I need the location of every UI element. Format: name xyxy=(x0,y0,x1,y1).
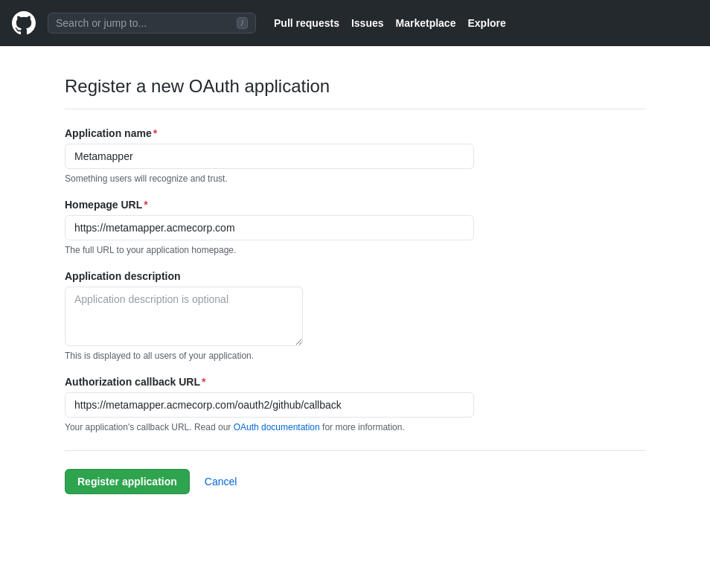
homepage-url-hint: The full URL to your application homepag… xyxy=(65,245,645,255)
cancel-button[interactable]: Cancel xyxy=(202,470,240,493)
page-title: Register a new OAuth application xyxy=(65,76,645,97)
homepage-url-label: Homepage URL* xyxy=(65,199,645,211)
main-content: Register a new OAuth application Applica… xyxy=(50,76,660,494)
oauth-docs-link[interactable]: OAuth documentation xyxy=(234,422,320,432)
app-name-input[interactable] xyxy=(65,144,474,169)
app-description-input[interactable] xyxy=(65,287,303,346)
callback-url-label: Authorization callback URL* xyxy=(65,376,645,388)
search-bar[interactable]: / xyxy=(48,13,256,33)
homepage-url-input[interactable] xyxy=(65,215,474,240)
callback-url-hint: Your application's callback URL. Read ou… xyxy=(65,422,645,432)
callback-hint-prefix: Your application's callback URL. Read ou… xyxy=(65,422,234,432)
nav-marketplace[interactable]: Marketplace xyxy=(396,17,456,29)
app-description-group: Application description This is displaye… xyxy=(65,270,645,361)
register-application-button[interactable]: Register application xyxy=(65,469,190,494)
app-name-group: Application name* Something users will r… xyxy=(65,127,645,184)
callback-url-group: Authorization callback URL* Your applica… xyxy=(65,376,645,432)
app-description-label: Application description xyxy=(65,270,645,282)
required-star-homepage: * xyxy=(144,199,147,211)
oauth-registration-form: Application name* Something users will r… xyxy=(65,127,645,494)
nav-pull-requests[interactable]: Pull requests xyxy=(274,17,339,29)
app-name-label: Application name* xyxy=(65,127,645,139)
main-nav: Pull requests Issues Marketplace Explore xyxy=(274,17,506,29)
form-actions: Register application Cancel xyxy=(65,469,645,494)
required-star-callback: * xyxy=(202,376,205,388)
title-divider xyxy=(65,109,645,109)
footer-divider xyxy=(65,450,645,451)
top-nav: / Pull requests Issues Marketplace Explo… xyxy=(0,0,710,46)
homepage-url-group: Homepage URL* The full URL to your appli… xyxy=(65,199,645,255)
callback-hint-suffix: for more information. xyxy=(320,422,405,432)
nav-explore[interactable]: Explore xyxy=(467,17,505,29)
required-star: * xyxy=(153,127,157,139)
app-description-hint: This is displayed to all users of your a… xyxy=(65,351,645,361)
search-input[interactable] xyxy=(56,17,231,29)
github-logo[interactable] xyxy=(12,11,36,35)
nav-issues[interactable]: Issues xyxy=(351,17,384,29)
app-name-hint: Something users will recognize and trust… xyxy=(65,173,645,184)
callback-url-input[interactable] xyxy=(65,392,474,418)
search-shortcut-badge: / xyxy=(237,17,248,29)
